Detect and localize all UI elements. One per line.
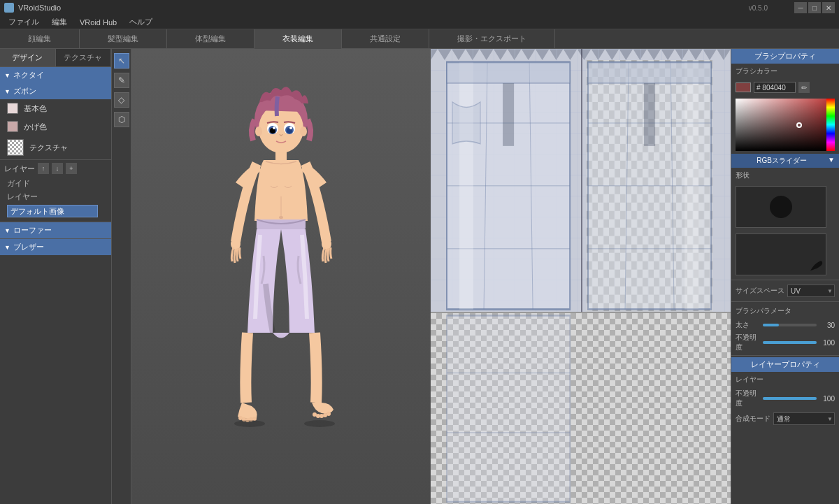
brush-props-title: ブラシプロパティ	[731, 49, 839, 64]
blazer-arrow-icon: ▼	[4, 244, 10, 251]
layer-name-input[interactable]	[7, 205, 98, 217]
layer-opacity-label: 不透明度	[736, 389, 760, 408]
eraser-tool-button[interactable]: ◇	[114, 92, 129, 108]
color-gradient-picker[interactable]	[736, 99, 826, 151]
titlebar-left: VRoidStudio	[4, 3, 61, 13]
necktie-arrow-icon: ▼	[4, 72, 10, 79]
color-swatch-display[interactable]	[736, 82, 751, 92]
svg-rect-37	[503, 83, 515, 146]
layer-props-title: レイヤープロパティ	[731, 357, 839, 372]
brush-icon	[809, 258, 823, 272]
size-space-label: サイズスペース	[736, 286, 784, 296]
menu-help[interactable]: ヘルプ	[124, 15, 158, 29]
blend-mode-select-wrap: 通常 乗算 スクリーン ▼	[773, 412, 835, 425]
size-space-select[interactable]: UV スクリーン	[787, 285, 835, 297]
brush-params-label: ブラシパラメータ	[736, 306, 791, 316]
item-texture[interactable]: テクスチャ	[0, 136, 111, 159]
select-tool-button[interactable]: ↖	[114, 53, 129, 69]
layer-prop-row: レイヤー	[731, 372, 839, 387]
rgb-slider-arrow: ▼	[828, 156, 835, 164]
svg-rect-50	[588, 62, 711, 83]
fill-tool-button[interactable]: ⬡	[114, 112, 129, 127]
layer-down-button[interactable]: ↓	[52, 163, 63, 174]
shadow-color-label: かげ色	[24, 122, 47, 132]
tab-photo-export[interactable]: 撮影・エクスポート	[429, 29, 555, 49]
thickness-fill	[763, 324, 779, 326]
uv-canvas-area[interactable]	[431, 49, 731, 504]
eyedropper-button[interactable]: ✏	[798, 82, 810, 93]
hue-bar[interactable]	[826, 99, 835, 151]
brush-display	[736, 233, 826, 275]
layer-guide[interactable]: ガイド	[4, 177, 107, 190]
pen-tool-button[interactable]: ✎	[114, 73, 129, 88]
section-blazer: ▼ ブレザー	[0, 238, 111, 255]
menu-edit[interactable]: 編集	[46, 15, 73, 29]
left-subtabs: デザイン テクスチャ	[0, 49, 111, 67]
item-shadow-color[interactable]: かげ色	[0, 117, 111, 136]
uv-top-section	[431, 49, 731, 313]
gradient-cursor	[796, 122, 802, 128]
subtab-design[interactable]: デザイン	[0, 49, 56, 66]
shape-label: 形状	[736, 171, 750, 180]
texture-label: テクスチャ	[29, 143, 68, 153]
layer-add-button[interactable]: +	[66, 163, 77, 174]
thickness-track	[763, 324, 817, 326]
opacity-fill	[763, 341, 817, 344]
tab-common-settings[interactable]: 共通設定	[342, 29, 429, 49]
close-button[interactable]: ✕	[822, 2, 835, 13]
layer-layer[interactable]: レイヤー	[4, 190, 107, 203]
titlebar: VRoidStudio v0.5.0 ─ □ ✕	[0, 0, 839, 15]
svg-rect-36	[447, 62, 570, 83]
right-panel: ブラシプロパティ ブラシカラー ✏ RGBスライダー ▼ 形状	[731, 49, 839, 504]
thickness-value: 30	[819, 322, 835, 329]
svg-point-21	[252, 417, 257, 421]
uv-panel-divider	[581, 49, 582, 312]
menu-file[interactable]: ファイル	[3, 15, 45, 29]
item-base-color[interactable]: 基本色	[0, 99, 111, 117]
texture-swatch	[7, 139, 24, 156]
section-loafers: ▼ ローファー	[0, 222, 111, 238]
brush-params-row: ブラシパラメータ	[731, 303, 839, 319]
loafers-label: ローファー	[13, 225, 52, 236]
divider-3	[731, 355, 839, 356]
thickness-label: 太さ	[736, 320, 760, 330]
window-controls: ─ □ ✕	[794, 2, 835, 13]
section-pants[interactable]: ▼ ズボン	[0, 83, 111, 99]
layer-up-button[interactable]: ↑	[38, 163, 49, 174]
svg-point-55	[770, 196, 792, 218]
uv-right-panel	[587, 60, 712, 312]
hex-color-input[interactable]	[754, 82, 796, 93]
tab-hair-edit[interactable]: 髪型編集	[80, 29, 167, 49]
menu-vroidhub[interactable]: VRoid Hub	[74, 17, 122, 28]
subtab-texture[interactable]: テクスチャ	[56, 49, 112, 66]
main-layout: デザイン テクスチャ ▼ ネクタイ ▼ ズボン 基本色 かげ色 テクスチャ	[0, 49, 839, 504]
svg-point-27	[234, 420, 265, 427]
app-title: VRoidStudio	[18, 3, 61, 12]
layer-opacity-value: 100	[819, 395, 835, 403]
blend-mode-row: 合成モード 通常 乗算 スクリーン ▼	[731, 410, 839, 428]
texture-panel: ⚠	[430, 49, 731, 504]
blazer-header[interactable]: ▼ ブレザー	[0, 239, 111, 255]
blend-mode-label: 合成モード	[736, 414, 770, 424]
menubar: ファイル 編集 VRoid Hub ヘルプ	[0, 15, 839, 29]
minimize-button[interactable]: ─	[794, 2, 807, 13]
svg-rect-52	[447, 315, 570, 502]
maximize-button[interactable]: □	[808, 2, 821, 13]
color-gradient-container	[736, 99, 835, 151]
loafers-header[interactable]: ▼ ローファー	[0, 222, 111, 238]
tab-outfit-edit[interactable]: 衣装編集	[254, 29, 342, 49]
main-tabbar: 顔編集 髪型編集 体型編集 衣装編集 共通設定 撮影・エクスポート	[0, 29, 839, 49]
version-label: v0.5.0	[749, 4, 768, 12]
uv-bottom-left	[445, 313, 571, 504]
section-necktie[interactable]: ▼ ネクタイ	[0, 67, 111, 83]
tab-body-edit[interactable]: 体型編集	[167, 29, 254, 49]
rgb-slider-title[interactable]: RGBスライダー ▼	[731, 154, 839, 168]
color-swatch-row: ✏	[731, 79, 839, 96]
pants-arrow-icon: ▼	[4, 88, 10, 95]
blazer-label: ブレザー	[13, 242, 44, 252]
layer-opacity-track	[763, 397, 817, 400]
rgb-slider-label: RGBスライダー	[756, 157, 807, 164]
blend-mode-select[interactable]: 通常 乗算 スクリーン	[773, 412, 835, 425]
tab-face-edit[interactable]: 顔編集	[0, 29, 80, 49]
shape-icon	[767, 193, 795, 221]
